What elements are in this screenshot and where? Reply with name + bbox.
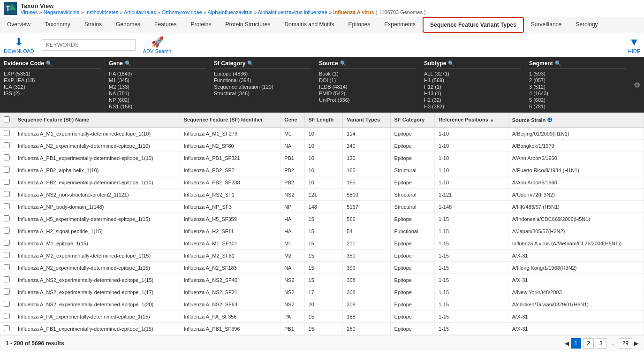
row-checkbox-cell[interactable] — [0, 176, 14, 189]
page-1-button[interactable]: 1 — [571, 338, 582, 349]
gene-search-icon[interactable]: 🔍 — [125, 61, 131, 67]
add-column-button[interactable]: ⊕ — [547, 116, 553, 123]
row-checkbox-cell[interactable] — [0, 201, 14, 213]
row-checkbox-cell[interactable] — [0, 152, 14, 164]
filter-item[interactable]: IEA (322) — [4, 84, 101, 90]
row-checkbox-cell[interactable] — [0, 237, 14, 250]
row-checkbox-cell[interactable] — [0, 274, 14, 286]
filter-item[interactable]: Sequence alteration (120) — [214, 84, 311, 90]
filter-item[interactable]: ISS (2) — [4, 90, 101, 97]
row-checkbox[interactable] — [4, 301, 10, 307]
filter-item[interactable]: Structural (346) — [214, 90, 311, 97]
tab-features[interactable]: Features — [147, 17, 183, 33]
row-checkbox-cell[interactable] — [0, 250, 14, 262]
tab-sfvt[interactable]: Sequence Feature Variant Types — [423, 17, 524, 33]
row-checkbox[interactable] — [4, 264, 10, 270]
breadcrumb-viruses[interactable]: Viruses — [21, 9, 38, 15]
keywords-input[interactable] — [42, 39, 136, 51]
filter-item[interactable]: ALL (3271) — [424, 70, 521, 77]
subtype-search-icon[interactable]: 🔍 — [448, 61, 455, 67]
row-checkbox-cell[interactable] — [0, 127, 14, 140]
col-sf-category[interactable]: SF Category — [390, 113, 434, 127]
tab-epitopes[interactable]: Epitopes — [341, 17, 378, 33]
filter-item[interactable]: NS1 (158) — [109, 103, 206, 110]
row-checkbox[interactable] — [4, 191, 10, 197]
tab-overview[interactable]: Overview — [0, 17, 38, 33]
row-checkbox[interactable] — [4, 289, 10, 295]
adv-search-button[interactable]: 🚀 ADV Search — [143, 36, 172, 54]
tab-domains-motifs[interactable]: Domains and Motifs — [278, 17, 341, 33]
row-checkbox-cell[interactable] — [0, 311, 14, 323]
filter-item[interactable]: H1 (569) — [424, 77, 521, 84]
filter-item[interactable]: H2 (32) — [424, 97, 521, 103]
breadcrumb-alphainfluenzavirus[interactable]: Alphainfluenzavirus — [207, 9, 252, 15]
filter-item[interactable]: 4 (1643) — [529, 90, 626, 97]
row-checkbox-cell[interactable] — [0, 140, 14, 152]
filter-item[interactable]: 2 (857) — [529, 77, 626, 84]
row-checkbox[interactable] — [4, 228, 10, 234]
row-checkbox[interactable] — [4, 203, 10, 209]
col-gene[interactable]: Gene — [280, 113, 304, 127]
tab-taxonomy[interactable]: Taxonomy — [38, 17, 77, 33]
tab-strains[interactable]: Strains — [77, 17, 109, 33]
tab-genomes[interactable]: Genomes — [109, 17, 147, 33]
select-all-col[interactable] — [0, 113, 14, 127]
filter-item[interactable]: NP (602) — [109, 97, 206, 103]
sf-category-search-icon[interactable]: 🔍 — [247, 61, 254, 67]
filter-item[interactable]: Functional (394) — [214, 77, 311, 84]
select-all-checkbox[interactable] — [4, 116, 10, 122]
filter-item[interactable]: 5 (602) — [529, 97, 626, 103]
tab-protein-structures[interactable]: Protein Structures — [219, 17, 278, 33]
breadcrumb-insthoviricetes[interactable]: Insthoviricetes — [85, 9, 118, 15]
filter-item[interactable]: M1 (345) — [109, 77, 206, 84]
breadcrumb-alphainfluenzavirus-influenzae[interactable]: Alphainfluenzavirus influenzae — [258, 9, 327, 15]
source-search-icon[interactable]: 🔍 — [340, 61, 347, 67]
settings-icon[interactable]: ⚙ — [634, 81, 640, 90]
filter-item[interactable]: H12 (1) — [424, 84, 521, 90]
tab-experiments[interactable]: Experiments — [377, 17, 423, 33]
row-checkbox[interactable] — [4, 167, 10, 173]
page-3-button[interactable]: 3 — [596, 338, 606, 349]
row-checkbox[interactable] — [4, 142, 10, 148]
filter-item[interactable]: 6 (781) — [529, 103, 626, 110]
download-button[interactable]: ⬇ DOWNLOAD — [4, 36, 34, 54]
filter-item[interactable]: H3 (382) — [424, 103, 521, 110]
row-checkbox-cell[interactable] — [0, 189, 14, 201]
filter-item[interactable]: EXP, IEA (18) — [4, 77, 101, 84]
row-checkbox[interactable] — [4, 240, 10, 246]
row-checkbox[interactable] — [4, 252, 10, 258]
row-checkbox-cell[interactable] — [0, 262, 14, 274]
segment-search-icon[interactable]: 🔍 — [555, 61, 561, 67]
col-variant-types[interactable]: Variant Types — [343, 113, 390, 127]
evidence-code-search-icon[interactable]: 🔍 — [46, 61, 53, 67]
hide-button[interactable]: ▼ HIDE — [628, 36, 640, 54]
row-checkbox[interactable] — [4, 325, 10, 331]
row-checkbox-cell[interactable] — [0, 164, 14, 176]
row-checkbox-cell[interactable] — [0, 323, 14, 335]
filter-item[interactable]: NA (781) — [109, 90, 206, 97]
row-checkbox[interactable] — [4, 313, 10, 319]
row-checkbox[interactable] — [4, 154, 10, 160]
filter-item[interactable]: DOI (1) — [319, 77, 416, 84]
col-sf-length[interactable]: SF Length — [304, 113, 343, 127]
filter-item[interactable]: 1 (593) — [529, 70, 626, 77]
row-checkbox-cell[interactable] — [0, 286, 14, 298]
filter-item[interactable]: HA (1643) — [109, 70, 206, 77]
col-ref-positions[interactable]: Reference Positions ▲ — [435, 113, 508, 127]
breadcrumb-articulavirales[interactable]: Articulavirales — [124, 9, 156, 15]
page-2-button[interactable]: 2 — [583, 338, 594, 349]
filter-item[interactable]: UniProt (336) — [319, 97, 416, 103]
filter-item[interactable]: PMID (542) — [319, 90, 416, 97]
col-sf-id[interactable]: Sequence Feature (SF) Identifier — [180, 113, 280, 127]
breadcrumb-negarnaviricota[interactable]: Negarnaviricota — [44, 9, 80, 15]
breadcrumb-orthomyxoviridae[interactable]: Orthomyxoviridae — [162, 9, 202, 15]
tab-serology[interactable]: Serology — [568, 17, 605, 33]
filter-item[interactable]: 3 (512) — [529, 84, 626, 90]
row-checkbox-cell[interactable] — [0, 298, 14, 311]
filter-item[interactable]: IEDB (4814) — [319, 84, 416, 90]
row-checkbox[interactable] — [4, 276, 10, 282]
row-checkbox-cell[interactable] — [0, 213, 14, 225]
tab-proteins[interactable]: Proteins — [183, 17, 218, 33]
filter-item[interactable]: EXP (5351) — [4, 70, 101, 77]
row-checkbox-cell[interactable] — [0, 225, 14, 237]
